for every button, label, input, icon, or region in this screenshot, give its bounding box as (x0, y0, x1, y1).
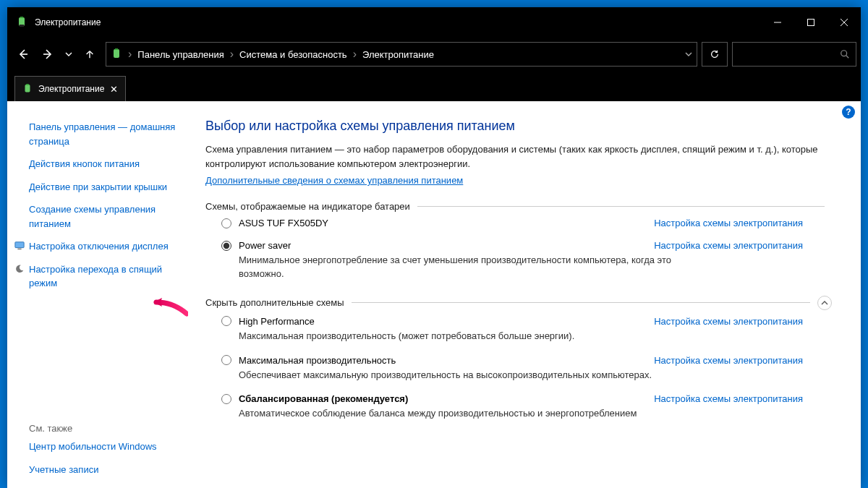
plan-settings-link[interactable]: Настройка схемы электропитания (654, 316, 803, 327)
svg-rect-15 (15, 242, 24, 248)
page-description: Схема управления питанием — это набор па… (205, 142, 832, 171)
plan-description: Обеспечивает максимальную производительн… (221, 369, 684, 382)
section-extra-heading: Скрыть дополнительные схемы (205, 296, 832, 310)
page-title: Выбор или настройка схемы управления пит… (205, 119, 832, 134)
maximize-button[interactable] (794, 7, 827, 38)
chevron-down-icon[interactable] (685, 51, 692, 58)
sidebar-item-label: Действие при закрытии крышки (29, 180, 167, 194)
help-button[interactable]: ? (842, 106, 855, 119)
collapse-button[interactable] (817, 296, 832, 310)
plan-settings-link[interactable]: Настройка схемы электропитания (654, 218, 803, 228)
section-label: Скрыть дополнительные схемы (205, 297, 344, 308)
sidebar-item-label: Настройка отключения дисплея (29, 239, 169, 254)
titlebar: Электропитание (7, 7, 861, 38)
window-controls (761, 7, 861, 38)
sidebar-item-create-plan[interactable]: Создание схемы управления питанием (29, 198, 185, 235)
sidebar: Панель управления — домашняя страница Де… (7, 101, 192, 488)
divider (352, 302, 810, 303)
svg-rect-16 (17, 249, 21, 250)
plan-radio-power-saver[interactable]: Power saver (221, 240, 291, 251)
close-button[interactable] (827, 7, 861, 38)
plan-settings-link[interactable]: Настройка схемы электропитания (654, 240, 803, 251)
plan-radio-balanced[interactable]: Сбалансированная (рекомендуется) (221, 393, 408, 404)
content: ? Панель управления — домашняя страница … (7, 101, 861, 488)
battery-icon (22, 84, 33, 94)
plan-name: Power saver (239, 240, 291, 251)
plan-name: Максимальная производительность (239, 355, 396, 366)
breadcrumb-root[interactable]: Панель управления (137, 49, 224, 60)
section-label: Схемы, отображаемые на индикаторе батаре… (205, 201, 410, 212)
refresh-button[interactable] (702, 42, 728, 67)
minimize-button[interactable] (761, 7, 794, 38)
plan-asus: ASUS TUF FX505DY Настройка схемы электро… (205, 218, 832, 228)
svg-rect-2 (20, 25, 24, 27)
more-info-link[interactable]: Дополнительные сведения о схемах управле… (205, 175, 463, 186)
plan-radio-high-performance[interactable]: High Performance (221, 316, 315, 327)
plan-settings-link[interactable]: Настройка схемы электропитания (654, 355, 803, 366)
sidebar-item-lid-action[interactable]: Действие при закрытии крышки (29, 176, 185, 199)
chevron-right-icon: › (128, 48, 132, 61)
chevron-up-icon (821, 299, 828, 307)
plan-name: Сбалансированная (рекомендуется) (239, 393, 408, 404)
battery-icon (111, 48, 122, 60)
svg-line-12 (846, 56, 849, 59)
plan-radio-max-performance[interactable]: Максимальная производительность (221, 355, 396, 366)
address-bar[interactable]: › Панель управления › Система и безопасн… (106, 42, 697, 67)
sidebar-item-power-buttons[interactable]: Действия кнопок питания (29, 153, 185, 176)
chevron-right-icon: › (230, 48, 234, 61)
section-battery-heading: Схемы, отображаемые на индикаторе батаре… (205, 201, 832, 212)
tab-power[interactable]: Электропитание ✕ (14, 76, 126, 101)
sidebar-see-also-mobility[interactable]: Центр мобильности Windows (29, 435, 185, 458)
plan-max-performance: Максимальная производительность Настройк… (205, 355, 832, 382)
main-panel: Выбор или настройка схемы управления пит… (192, 101, 861, 488)
tabbar: Электропитание ✕ (7, 71, 861, 101)
up-button[interactable] (78, 43, 101, 66)
plan-description: Автоматическое соблюдение баланса между … (221, 407, 684, 421)
search-icon (840, 49, 850, 59)
sidebar-item-label: Действия кнопок питания (29, 157, 140, 171)
tab-label: Электропитание (38, 84, 104, 94)
plan-settings-link[interactable]: Настройка схемы электропитания (654, 393, 803, 404)
monitor-icon (14, 241, 25, 251)
history-dropdown-button[interactable] (61, 43, 77, 66)
moon-icon (14, 264, 25, 274)
svg-point-11 (841, 51, 847, 56)
plan-radio-asus[interactable]: ASUS TUF FX505DY (221, 218, 328, 228)
sidebar-item-label: Настройка перехода в спящий режим (29, 262, 185, 291)
sidebar-see-also-accounts[interactable]: Учетные записи (29, 458, 185, 481)
sidebar-item-label: Учетные записи (29, 463, 98, 477)
plan-power-saver: Power saver Настройка схемы электропитан… (205, 240, 832, 281)
forward-button[interactable] (36, 43, 59, 66)
plan-name: ASUS TUF FX505DY (239, 218, 328, 228)
sidebar-item-display-off[interactable]: Настройка отключения дисплея (29, 235, 185, 258)
tab-close-button[interactable]: ✕ (110, 84, 118, 95)
chevron-right-icon: › (353, 48, 357, 61)
svg-rect-10 (115, 48, 118, 50)
back-button[interactable] (12, 43, 35, 66)
breadcrumb-mid[interactable]: Система и безопасность (239, 49, 347, 60)
plan-description: Минимальное энергопотребление за счет ум… (221, 254, 684, 281)
search-input[interactable] (732, 42, 856, 67)
sidebar-item-label: Создание схемы управления питанием (29, 202, 185, 231)
svg-rect-13 (25, 85, 30, 93)
svg-rect-4 (808, 20, 814, 26)
sidebar-item-label: Панель управления — домашняя страница (29, 120, 185, 148)
svg-rect-14 (26, 84, 29, 85)
divider (417, 206, 825, 207)
plan-description: Максимальная производительность (может п… (221, 330, 684, 343)
sidebar-item-sleep[interactable]: Настройка перехода в спящий режим (29, 258, 185, 295)
sidebar-see-also-heading: См. также (29, 419, 185, 435)
plan-name: High Performance (239, 316, 315, 327)
sidebar-item-label: Центр мобильности Windows (29, 440, 157, 454)
svg-rect-9 (114, 49, 119, 58)
plan-balanced: Сбалансированная (рекомендуется) Настрой… (205, 393, 832, 421)
navbar: › Панель управления › Система и безопасн… (7, 38, 861, 71)
breadcrumb-leaf[interactable]: Электропитание (362, 49, 434, 60)
window: Электропитание › Панель управления › Сис… (7, 7, 861, 488)
app-icon (16, 17, 27, 28)
svg-rect-1 (20, 17, 23, 18)
window-title: Электропитание (35, 17, 761, 27)
plan-high-performance: High Performance Настройка схемы электро… (205, 316, 832, 343)
sidebar-item-home[interactable]: Панель управления — домашняя страница (29, 116, 185, 153)
